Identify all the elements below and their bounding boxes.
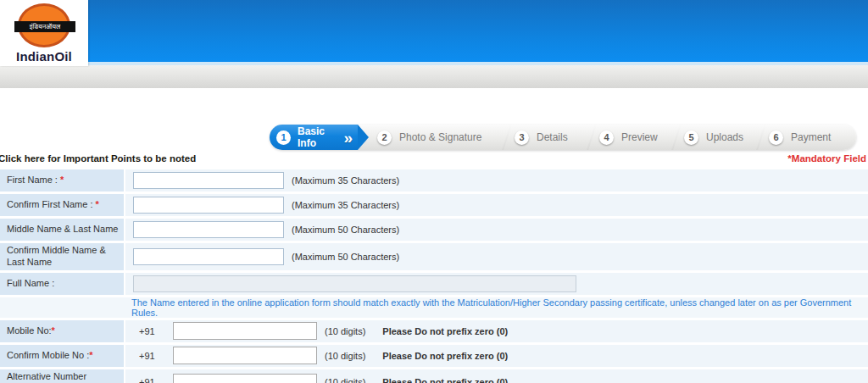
field-hint: (10 digits) [325, 326, 365, 336]
field-hint: (Maximum 35 Characters) [292, 175, 399, 186]
field-hint: (Maximum 50 Characters) [292, 252, 399, 262]
field-hint: (Maximum 35 Characters) [292, 200, 399, 210]
mobile-no-input[interactable] [173, 322, 317, 340]
tab-label: Payment [791, 131, 831, 143]
indianoil-logo-hindi-text: इंडियनऑयल [14, 21, 75, 32]
field-content: (Maximum 35 Characters) [125, 194, 868, 216]
field-content: +91 (10 digits) Please Do not prefix zer… [125, 320, 868, 342]
field-label: Confirm Mobile No :* [0, 345, 124, 367]
tab-label: Basic Info [298, 125, 335, 149]
first-name-input[interactable] [133, 172, 284, 189]
form-row-confirm-mobile-no: Confirm Mobile No :* +91 (10 digits) Ple… [0, 345, 868, 367]
confirm-mobile-no-input[interactable] [173, 347, 317, 364]
tab-details[interactable]: 3 Details [506, 125, 591, 150]
field-content [125, 273, 868, 295]
page: इंडियनऑयल IndianOil 1 Basic Info » 2 Pho… [0, 0, 868, 383]
field-label: Confirm Middle Name & Last Name [0, 243, 124, 270]
country-code-prefix: +91 [139, 351, 161, 361]
notices-row: Click here for Important Points to be no… [0, 153, 868, 167]
step-number-badge: 4 [599, 130, 614, 145]
country-code-prefix: +91 [139, 377, 161, 383]
double-chevron-icon: » [343, 130, 353, 146]
name-match-note: The Name entered in the online applicati… [131, 297, 868, 318]
important-points-link[interactable]: Click here for Important Points to be no… [0, 153, 196, 164]
country-code-prefix: +91 [139, 326, 161, 336]
confirm-middle-last-name-input[interactable] [133, 248, 284, 265]
active-tab-arrow-icon [358, 125, 369, 150]
tab-label: Uploads [706, 131, 743, 143]
field-content: +91 (10 digits) Please Do not prefix zer… [125, 345, 868, 367]
step-number-badge: 3 [515, 130, 529, 145]
required-asterisk: * [96, 199, 99, 209]
field-content: +91 (10 digits) Please Do not prefix zer… [125, 369, 868, 383]
field-warning: Please Do not prefix zero (0) [382, 326, 508, 336]
required-asterisk: * [89, 350, 92, 360]
field-warning: Please Do not prefix zero (0) [382, 351, 508, 361]
tab-label: Details [537, 131, 568, 143]
alternative-number-input[interactable] [173, 374, 317, 383]
tab-photo-signature[interactable]: 2 Photo & Signature [369, 125, 506, 150]
field-content: (Maximum 50 Characters) [125, 219, 868, 241]
mandatory-field-note: *Mandatory Field [787, 153, 866, 164]
form-row-mobile-no: Mobile No:* +91 (10 digits) Please Do no… [0, 320, 868, 342]
tab-basic-info[interactable]: 1 Basic Info » [270, 125, 358, 150]
confirm-first-name-input[interactable] [133, 197, 284, 214]
field-label: Middle Name & Last Name [0, 219, 124, 241]
form-row-alternative-number: Alternative Number (Mobile No/Landline N… [0, 369, 868, 383]
field-label: Alternative Number (Mobile No/Landline N… [0, 369, 124, 383]
field-label: Mobile No:* [0, 320, 124, 342]
required-asterisk: * [60, 175, 64, 185]
basic-info-form: First Name : * (Maximum 35 Characters) C… [0, 169, 868, 383]
brand-name: IndianOil [16, 49, 72, 64]
field-hint: (10 digits) [325, 377, 365, 383]
tab-label: Preview [621, 131, 658, 143]
step-number-badge: 6 [769, 130, 783, 145]
name-note-row: The Name entered in the online applicati… [0, 297, 868, 318]
step-number-badge: 1 [276, 130, 291, 145]
required-asterisk: * [52, 325, 55, 336]
header-gray-band [0, 65, 868, 88]
step-number-badge: 5 [684, 130, 698, 145]
field-content: (Maximum 35 Characters) [125, 169, 868, 192]
step-wizard: 1 Basic Info » 2 Photo & Signature 3 Det… [270, 125, 856, 150]
full-name-input [133, 275, 576, 292]
field-hint: (10 digits) [325, 351, 365, 361]
tab-preview[interactable]: 4 Preview [591, 125, 676, 150]
field-label: Full Name : [0, 273, 124, 295]
form-row-first-name: First Name : * (Maximum 35 Characters) [0, 169, 868, 192]
step-number-badge: 2 [377, 130, 392, 145]
middle-last-name-input[interactable] [133, 221, 284, 238]
indianoil-logo: इंडियनऑयल IndianOil [0, 0, 88, 66]
form-row-confirm-middle-last-name: Confirm Middle Name & Last Name (Maximum… [0, 243, 868, 270]
form-row-middle-last-name: Middle Name & Last Name (Maximum 50 Char… [0, 219, 868, 241]
field-content: (Maximum 50 Characters) [125, 243, 868, 270]
form-row-full-name: Full Name : [0, 273, 868, 295]
tab-label: Photo & Signature [399, 131, 481, 143]
field-label: First Name : * [0, 169, 124, 192]
indianoil-logo-icon: इंडियनऑयल [18, 3, 70, 47]
tab-payment[interactable]: 6 Payment [760, 125, 856, 150]
field-warning: Please Do not prefix zero (0) [382, 377, 508, 383]
tab-uploads[interactable]: 5 Uploads [676, 125, 760, 150]
field-label: Confirm First Name : * [0, 194, 124, 216]
form-row-confirm-first-name: Confirm First Name : * (Maximum 35 Chara… [0, 194, 868, 216]
header-blue-bar [0, 0, 868, 62]
field-hint: (Maximum 50 Characters) [292, 225, 399, 235]
